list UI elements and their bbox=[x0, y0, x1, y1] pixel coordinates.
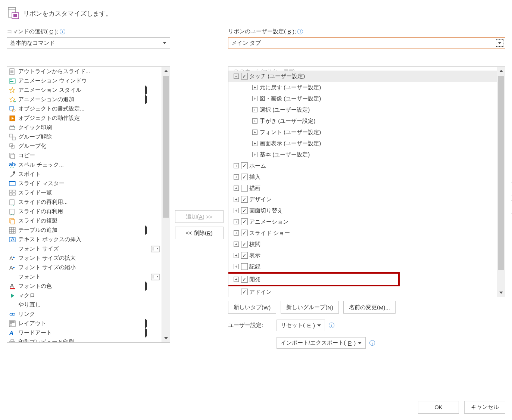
command-item[interactable]: 印刷プレビューと印刷 bbox=[7, 337, 162, 342]
tree-item[interactable]: + 基本 (ユーザー設定) bbox=[228, 149, 497, 160]
checkbox[interactable] bbox=[241, 73, 248, 80]
command-item[interactable]: オブジェクトの書式設定... bbox=[7, 104, 162, 113]
expand-icon[interactable]: + bbox=[252, 152, 257, 157]
expand-icon[interactable]: + bbox=[234, 219, 239, 224]
checkbox[interactable] bbox=[241, 162, 248, 169]
command-item[interactable]: A ワードアート bbox=[7, 328, 162, 337]
command-item[interactable]: クイック印刷 bbox=[7, 123, 162, 132]
command-item[interactable]: スライドの再利用... bbox=[7, 197, 162, 207]
tree-item[interactable]: + 記録 bbox=[228, 261, 497, 272]
tree-item[interactable]: + 描画 bbox=[228, 183, 497, 194]
tree-item[interactable]: + デザイン bbox=[228, 194, 497, 205]
checkbox[interactable] bbox=[241, 276, 248, 283]
tree-item[interactable]: + 画面切り替え bbox=[228, 205, 497, 216]
new-tab-button[interactable]: 新しいタブ(W) bbox=[228, 301, 276, 314]
expand-icon[interactable]: + bbox=[234, 230, 239, 236]
ribbon-tree[interactable]: ▢ ▢ ホーム (マスター 表示)− タッチ (ユーザー設定)+ 元に戻す (ユ… bbox=[228, 66, 505, 297]
command-item[interactable]: マクロ bbox=[7, 291, 162, 300]
info-icon[interactable]: i bbox=[369, 340, 375, 346]
command-item[interactable]: A フォントの色 bbox=[7, 281, 162, 291]
new-group-button[interactable]: 新しいグループ(N) bbox=[281, 301, 339, 314]
command-item[interactable]: グループ解除 bbox=[7, 132, 162, 141]
checkbox[interactable] bbox=[241, 207, 248, 214]
expand-icon[interactable]: + bbox=[252, 141, 257, 146]
scroll-up-icon[interactable] bbox=[497, 67, 505, 75]
command-item[interactable]: スライド マスター bbox=[7, 179, 162, 188]
command-item[interactable]: + アニメーションの追加 bbox=[7, 95, 162, 104]
tree-item[interactable]: アドイン bbox=[228, 286, 497, 297]
expand-icon[interactable]: + bbox=[234, 163, 239, 168]
command-item[interactable]: A フォント サイズの拡大 bbox=[7, 253, 162, 263]
remove-button[interactable]: << 削除(R) bbox=[175, 227, 224, 239]
expand-icon[interactable]: + bbox=[234, 264, 239, 269]
expand-icon[interactable]: + bbox=[252, 96, 257, 101]
command-item[interactable]: テーブルの追加 bbox=[7, 225, 162, 235]
ok-button[interactable]: OK bbox=[418, 401, 459, 414]
command-item[interactable]: アニメーション スタイル bbox=[7, 85, 162, 95]
cancel-button[interactable]: キャンセル bbox=[464, 401, 505, 414]
expand-icon[interactable]: + bbox=[234, 174, 239, 180]
scrollbar[interactable] bbox=[497, 67, 505, 297]
commands-listbox[interactable]: アウトラインからスライド... アニメーション ウィンドウ アニメーション スタ… bbox=[7, 66, 170, 343]
expand-icon[interactable]: + bbox=[252, 85, 257, 90]
checkbox[interactable] bbox=[241, 185, 248, 192]
command-item[interactable]: スライドの複製 bbox=[7, 216, 162, 225]
expand-icon[interactable]: + bbox=[234, 277, 239, 282]
checkbox[interactable] bbox=[241, 252, 248, 259]
command-item[interactable]: コピー bbox=[7, 151, 162, 160]
checkbox[interactable] bbox=[241, 230, 248, 236]
scroll-down-icon[interactable] bbox=[497, 289, 505, 297]
command-item[interactable]: グループ化 bbox=[7, 141, 162, 151]
expand-icon[interactable]: + bbox=[252, 130, 257, 135]
checkbox[interactable] bbox=[241, 241, 248, 248]
expand-icon[interactable]: + bbox=[234, 208, 239, 213]
checkbox[interactable] bbox=[241, 263, 248, 270]
tree-item[interactable]: + 校閲 bbox=[228, 239, 497, 250]
expand-icon[interactable]: + bbox=[252, 118, 257, 124]
tree-item[interactable]: + 画面表示 (ユーザー設定) bbox=[228, 138, 497, 149]
info-icon[interactable]: i bbox=[329, 323, 334, 328]
command-item[interactable]: オブジェクトの動作設定 bbox=[7, 113, 162, 123]
checkbox[interactable] bbox=[241, 196, 248, 203]
tree-item[interactable]: + 図・画像 (ユーザー設定) bbox=[228, 93, 497, 104]
command-item[interactable]: A テキスト ボックスの挿入 bbox=[7, 235, 162, 244]
tree-item[interactable]: + 挿入 bbox=[228, 171, 497, 183]
tree-item[interactable]: + アニメーション bbox=[228, 216, 497, 227]
checkbox[interactable] bbox=[241, 218, 248, 225]
scrollbar[interactable] bbox=[162, 67, 170, 342]
tree-item[interactable]: + スライド ショー bbox=[228, 227, 497, 239]
command-item[interactable]: フォント I bbox=[7, 272, 162, 281]
command-item[interactable]: A フォント サイズの縮小 bbox=[7, 263, 162, 272]
expand-icon[interactable]: + bbox=[234, 242, 239, 247]
tree-item[interactable]: + ホーム bbox=[228, 160, 497, 171]
command-item[interactable]: リンク bbox=[7, 309, 162, 319]
rename-button[interactable]: 名前の変更(M)... bbox=[343, 301, 396, 314]
command-item[interactable]: やり直し bbox=[7, 300, 162, 309]
import-export-dropdown[interactable]: インポート/エクスポート(P) bbox=[277, 337, 366, 349]
tree-item[interactable]: − タッチ (ユーザー設定) bbox=[228, 71, 497, 82]
tree-item[interactable]: + 開発 bbox=[228, 274, 398, 285]
command-item[interactable]: スライド一覧 bbox=[7, 188, 162, 197]
info-icon[interactable]: i bbox=[60, 29, 65, 34]
tree-item[interactable]: + 選択 (ユーザー設定) bbox=[228, 104, 497, 115]
command-item[interactable]: アウトラインからスライド... bbox=[7, 67, 162, 76]
command-item[interactable]: レイアウト bbox=[7, 319, 162, 328]
reset-dropdown[interactable]: リセット(E) bbox=[277, 320, 325, 331]
collapse-icon[interactable]: − bbox=[234, 74, 239, 79]
scroll-down-icon[interactable] bbox=[162, 334, 170, 342]
command-item[interactable]: スライドの再利用 bbox=[7, 207, 162, 216]
tree-item[interactable]: + 手がき (ユーザー設定) bbox=[228, 115, 497, 127]
ribbon-combo[interactable]: メイン タブ bbox=[228, 37, 505, 49]
command-item[interactable]: アニメーション ウィンドウ bbox=[7, 76, 162, 85]
commands-combo[interactable]: 基本的なコマンド bbox=[7, 37, 170, 49]
command-item[interactable]: abc スペル チェック... bbox=[7, 160, 162, 169]
expand-icon[interactable]: + bbox=[234, 253, 239, 258]
checkbox[interactable] bbox=[241, 174, 248, 180]
tree-item[interactable]: + 表示 bbox=[228, 250, 497, 261]
tree-item[interactable]: + フォント (ユーザー設定) bbox=[228, 127, 497, 138]
expand-icon[interactable]: + bbox=[252, 107, 257, 112]
expand-icon[interactable]: + bbox=[234, 197, 239, 202]
scroll-thumb[interactable] bbox=[498, 76, 504, 270]
command-item[interactable]: フォント サイズ I bbox=[7, 244, 162, 253]
add-button[interactable]: 追加(A) >> bbox=[175, 210, 224, 223]
